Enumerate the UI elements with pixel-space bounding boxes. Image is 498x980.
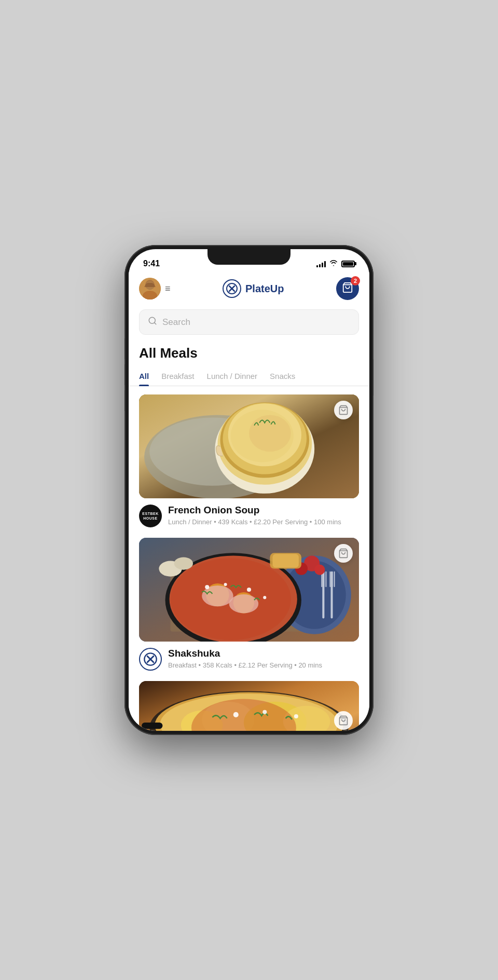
meal-image-french-onion-soup — [139, 394, 359, 498]
svg-point-43 — [224, 583, 227, 586]
meal-image-shakshuka — [139, 538, 359, 642]
svg-rect-52 — [272, 554, 298, 567]
power-button[interactable] — [373, 359, 374, 396]
brand-logo-plateup — [139, 648, 162, 671]
svg-point-66 — [233, 712, 239, 717]
meal-info-shakshuka: Shakshuka Breakfast • 358 Kcals • £2.12 … — [139, 642, 359, 671]
meal-details-shakshuka: Shakshuka Breakfast • 358 Kcals • £2.12 … — [168, 648, 359, 669]
meal-meta-shakshuka: Breakfast • 358 Kcals • £2.12 Per Servin… — [168, 661, 359, 669]
svg-rect-32 — [329, 571, 330, 587]
phone-frame: 9:41 — [125, 245, 374, 735]
header: ≡ PlateUp — [129, 272, 369, 305]
svg-point-42 — [205, 585, 209, 589]
notch — [208, 249, 290, 265]
meal-card-partial — [139, 681, 359, 731]
brand-logo-estbek: ESTBEKHOUSE — [139, 505, 162, 527]
meal-meta-french-onion-soup: Lunch / Dinner • 439 Kcals • £2.20 Per S… — [168, 518, 359, 526]
volume-up-button[interactable] — [125, 338, 125, 359]
tab-breakfast[interactable]: Breakfast — [161, 367, 194, 386]
logo: PlateUp — [223, 279, 284, 298]
svg-point-50 — [314, 565, 325, 575]
svg-point-44 — [247, 588, 251, 592]
signal-icon — [316, 260, 326, 267]
meal-image-partial — [139, 681, 359, 731]
svg-rect-34 — [334, 571, 335, 587]
svg-rect-29 — [323, 571, 324, 587]
svg-rect-33 — [332, 571, 333, 587]
meal-details-french-onion-soup: French Onion Soup Lunch / Dinner • 439 K… — [168, 505, 359, 526]
add-to-cart-partial-top[interactable] — [334, 711, 353, 730]
cart-badge: 2 — [351, 276, 360, 285]
meal-name-french-onion-soup: French Onion Soup — [168, 505, 359, 516]
add-to-cart-french-onion-soup[interactable] — [334, 401, 353, 419]
tabs-bar: All Breakfast Lunch / Dinner Snacks — [129, 367, 369, 386]
menu-icon[interactable]: ≡ — [165, 283, 171, 294]
volume-down-button[interactable] — [125, 364, 125, 385]
meal-name-shakshuka: Shakshuka — [168, 648, 359, 659]
tab-snacks[interactable]: Snacks — [270, 367, 295, 386]
meal-card-french-onion-soup: ESTBEKHOUSE French Onion Soup Lunch / Di… — [139, 394, 359, 527]
svg-rect-69 — [142, 723, 162, 729]
svg-point-45 — [263, 596, 266, 599]
status-time: 9:41 — [143, 259, 160, 268]
search-icon — [148, 316, 157, 328]
section-title: All Meals — [129, 343, 369, 367]
wifi-icon — [329, 260, 338, 268]
app-content: ≡ PlateUp — [129, 272, 369, 731]
phone-screen: 9:41 — [129, 249, 369, 731]
cart-button[interactable]: 2 — [336, 277, 359, 300]
avatar[interactable] — [139, 278, 161, 300]
battery-icon — [341, 261, 355, 267]
add-to-cart-shakshuka[interactable] — [334, 544, 353, 563]
search-box[interactable]: Search — [139, 309, 359, 335]
svg-point-68 — [294, 714, 298, 718]
silent-switch[interactable] — [125, 390, 125, 411]
svg-line-9 — [154, 322, 156, 324]
search-placeholder: Search — [162, 317, 350, 328]
meals-list: ESTBEKHOUSE French Onion Soup Lunch / Di… — [129, 386, 369, 731]
svg-point-41 — [171, 558, 291, 639]
tab-all[interactable]: All — [139, 367, 149, 386]
logo-text: PlateUp — [245, 283, 284, 295]
search-container: Search — [129, 305, 369, 343]
svg-point-67 — [262, 710, 267, 714]
header-left: ≡ — [139, 278, 171, 300]
svg-rect-30 — [325, 571, 326, 587]
meal-card-shakshuka: Shakshuka Breakfast • 358 Kcals • £2.12 … — [139, 538, 359, 671]
tab-lunch-dinner[interactable]: Lunch / Dinner — [207, 367, 258, 386]
svg-point-20 — [228, 403, 301, 466]
status-icons — [316, 260, 355, 268]
svg-point-47 — [174, 557, 193, 569]
meal-info-french-onion-soup: ESTBEKHOUSE French Onion Soup Lunch / Di… — [139, 498, 359, 527]
logo-icon — [223, 279, 241, 298]
